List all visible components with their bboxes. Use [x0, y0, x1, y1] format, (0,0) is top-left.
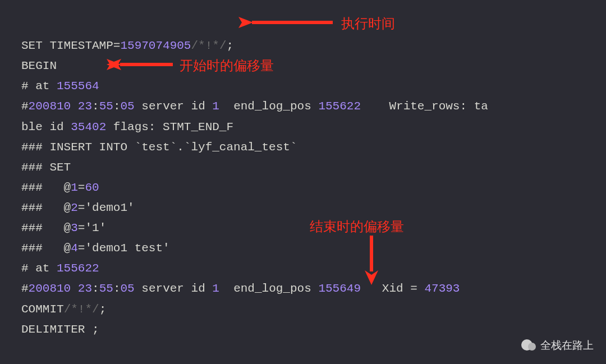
code-line: DELIMITER ; [21, 323, 99, 336]
code-line: BEGIN [21, 59, 57, 72]
code-line: ### @2='demo1' [21, 201, 135, 214]
code-line: ### @4='demo1 test' [21, 242, 170, 255]
code-line: ### @3='1' [21, 222, 106, 234]
code-line: #200810 23:55:05 server id 1 end_log_pos… [21, 282, 460, 295]
code-line: COMMIT/*!*/; [21, 303, 106, 316]
code-line: #200810 23:55:05 server id 1 end_log_pos… [21, 100, 488, 113]
watermark-text: 全栈在路上 [540, 338, 594, 353]
code-line: ### INSERT INTO `test`.`lyf_canal_test` [21, 141, 297, 154]
code-line: SET TIMESTAMP=1597074905/*!*/; [21, 39, 233, 52]
code-line: # at 155622 [21, 262, 99, 275]
watermark: 全栈在路上 [521, 338, 594, 353]
wechat-icon [521, 339, 536, 352]
code-line: ### @1=60 [21, 181, 99, 194]
code-block: SET TIMESTAMP=1597074905/*!*/; BEGIN # a… [0, 0, 606, 356]
code-line: ble id 35402 flags: STMT_END_F [21, 121, 233, 133]
code-line: ### SET [21, 161, 71, 174]
code-line: # at 155564 [21, 80, 99, 93]
